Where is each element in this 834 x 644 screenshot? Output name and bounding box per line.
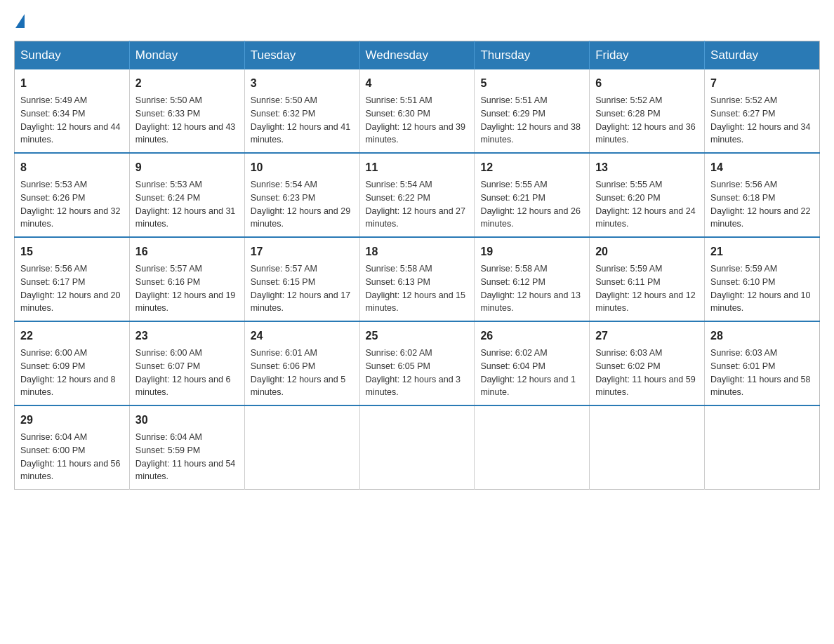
day-number: 14 — [710, 159, 814, 176]
calendar-cell: 21Sunrise: 5:59 AMSunset: 6:10 PMDayligh… — [705, 237, 820, 321]
sunset-text: Sunset: 6:18 PM — [710, 193, 775, 203]
sunset-text: Sunset: 6:05 PM — [366, 361, 430, 371]
sunset-text: Sunset: 6:13 PM — [366, 277, 430, 287]
page-header — [14, 14, 820, 27]
calendar-cell: 28Sunrise: 6:03 AMSunset: 6:01 PMDayligh… — [705, 321, 820, 405]
daylight-text: Daylight: 12 hours and 6 minutes. — [135, 375, 231, 398]
calendar-cell: 3Sunrise: 5:50 AMSunset: 6:32 PMDaylight… — [244, 69, 359, 153]
calendar-cell: 19Sunrise: 5:58 AMSunset: 6:12 PMDayligh… — [475, 237, 590, 321]
daylight-text: Daylight: 12 hours and 13 minutes. — [480, 290, 580, 314]
sunset-text: Sunset: 6:32 PM — [251, 109, 315, 119]
calendar-cell: 30Sunrise: 6:04 AMSunset: 5:59 PMDayligh… — [129, 405, 244, 490]
sunrise-text: Sunrise: 6:00 AM — [20, 348, 87, 358]
sunrise-text: Sunrise: 6:03 AM — [595, 348, 662, 358]
day-number: 21 — [710, 243, 814, 260]
sunrise-text: Sunrise: 5:58 AM — [366, 264, 432, 274]
calendar-cell: 29Sunrise: 6:04 AMSunset: 6:00 PMDayligh… — [15, 405, 130, 490]
daylight-text: Daylight: 11 hours and 54 minutes. — [135, 459, 235, 482]
sunrise-text: Sunrise: 5:54 AM — [366, 180, 432, 189]
calendar-cell: 8Sunrise: 5:53 AMSunset: 6:26 PMDaylight… — [15, 153, 130, 237]
calendar-cell: 26Sunrise: 6:02 AMSunset: 6:04 PMDayligh… — [475, 321, 590, 405]
calendar-cell: 7Sunrise: 5:52 AMSunset: 6:27 PMDaylight… — [705, 69, 820, 153]
day-number: 9 — [135, 159, 239, 176]
daylight-text: Daylight: 11 hours and 58 minutes. — [710, 375, 810, 398]
sunrise-text: Sunrise: 5:58 AM — [480, 264, 547, 274]
daylight-text: Daylight: 12 hours and 41 minutes. — [251, 122, 350, 145]
sunrise-text: Sunrise: 5:52 AM — [595, 95, 662, 105]
col-header-monday: Monday — [129, 41, 244, 70]
calendar-cell: 14Sunrise: 5:56 AMSunset: 6:18 PMDayligh… — [705, 153, 820, 237]
daylight-text: Daylight: 12 hours and 32 minutes. — [20, 206, 120, 229]
daylight-text: Daylight: 12 hours and 19 minutes. — [135, 290, 235, 314]
day-number: 16 — [135, 243, 239, 260]
calendar-cell: 13Sunrise: 5:55 AMSunset: 6:20 PMDayligh… — [590, 153, 705, 237]
day-number: 10 — [251, 159, 354, 176]
calendar-week-1: 1Sunrise: 5:49 AMSunset: 6:34 PMDaylight… — [15, 69, 820, 153]
daylight-text: Daylight: 12 hours and 8 minutes. — [20, 375, 116, 398]
col-header-sunday: Sunday — [15, 41, 130, 70]
sunrise-text: Sunrise: 5:59 AM — [595, 264, 662, 274]
sunrise-text: Sunrise: 5:57 AM — [251, 264, 317, 274]
sunset-text: Sunset: 6:26 PM — [20, 193, 85, 203]
sunset-text: Sunset: 6:16 PM — [135, 277, 200, 287]
daylight-text: Daylight: 12 hours and 44 minutes. — [20, 122, 120, 145]
daylight-text: Daylight: 12 hours and 1 minute. — [480, 375, 576, 398]
sunset-text: Sunset: 6:04 PM — [480, 361, 545, 371]
daylight-text: Daylight: 12 hours and 34 minutes. — [710, 122, 810, 145]
daylight-text: Daylight: 12 hours and 24 minutes. — [595, 206, 695, 229]
sunrise-text: Sunrise: 5:52 AM — [710, 95, 777, 105]
day-number: 19 — [480, 243, 583, 260]
daylight-text: Daylight: 11 hours and 56 minutes. — [20, 459, 120, 482]
sunset-text: Sunset: 5:59 PM — [135, 445, 200, 455]
sunrise-text: Sunrise: 5:56 AM — [710, 180, 777, 189]
col-header-saturday: Saturday — [705, 41, 820, 70]
sunset-text: Sunset: 6:09 PM — [20, 361, 85, 371]
sunrise-text: Sunrise: 5:55 AM — [595, 180, 662, 189]
sunrise-text: Sunrise: 5:54 AM — [251, 180, 317, 189]
daylight-text: Daylight: 12 hours and 15 minutes. — [366, 290, 465, 314]
day-number: 3 — [251, 75, 354, 92]
sunrise-text: Sunrise: 5:49 AM — [20, 95, 87, 105]
calendar-cell: 18Sunrise: 5:58 AMSunset: 6:13 PMDayligh… — [359, 237, 475, 321]
col-header-wednesday: Wednesday — [359, 41, 475, 70]
daylight-text: Daylight: 12 hours and 39 minutes. — [366, 122, 465, 145]
col-header-tuesday: Tuesday — [244, 41, 359, 70]
day-number: 26 — [480, 328, 583, 344]
calendar-cell: 27Sunrise: 6:03 AMSunset: 6:02 PMDayligh… — [590, 321, 705, 405]
calendar-cell: 11Sunrise: 5:54 AMSunset: 6:22 PMDayligh… — [359, 153, 475, 237]
sunset-text: Sunset: 6:21 PM — [480, 193, 545, 203]
calendar-cell — [359, 405, 475, 490]
day-number: 11 — [366, 159, 469, 176]
calendar-cell: 6Sunrise: 5:52 AMSunset: 6:28 PMDaylight… — [590, 69, 705, 153]
sunset-text: Sunset: 6:11 PM — [595, 277, 660, 287]
day-number: 24 — [251, 328, 354, 344]
sunset-text: Sunset: 6:33 PM — [135, 109, 200, 119]
sunset-text: Sunset: 6:28 PM — [595, 109, 660, 119]
day-number: 27 — [595, 328, 699, 344]
sunrise-text: Sunrise: 5:56 AM — [20, 264, 87, 274]
daylight-text: Daylight: 12 hours and 17 minutes. — [251, 290, 350, 314]
day-number: 4 — [366, 75, 469, 92]
day-number: 30 — [135, 412, 239, 429]
sunset-text: Sunset: 6:29 PM — [480, 109, 545, 119]
sunset-text: Sunset: 6:00 PM — [20, 445, 85, 455]
calendar-cell: 4Sunrise: 5:51 AMSunset: 6:30 PMDaylight… — [359, 69, 475, 153]
daylight-text: Daylight: 12 hours and 20 minutes. — [20, 290, 120, 314]
calendar-week-2: 8Sunrise: 5:53 AMSunset: 6:26 PMDaylight… — [15, 153, 820, 237]
day-number: 23 — [135, 328, 239, 344]
sunset-text: Sunset: 6:10 PM — [710, 277, 775, 287]
calendar-cell: 1Sunrise: 5:49 AMSunset: 6:34 PMDaylight… — [15, 69, 130, 153]
calendar-cell — [475, 405, 590, 490]
header-row: SundayMondayTuesdayWednesdayThursdayFrid… — [15, 41, 820, 70]
sunrise-text: Sunrise: 6:04 AM — [135, 432, 202, 442]
sunset-text: Sunset: 6:02 PM — [595, 361, 660, 371]
daylight-text: Daylight: 12 hours and 26 minutes. — [480, 206, 580, 229]
daylight-text: Daylight: 12 hours and 38 minutes. — [480, 122, 580, 145]
sunrise-text: Sunrise: 5:53 AM — [135, 180, 202, 189]
sunset-text: Sunset: 6:20 PM — [595, 193, 660, 203]
sunset-text: Sunset: 6:30 PM — [366, 109, 430, 119]
day-number: 5 — [480, 75, 583, 92]
sunset-text: Sunset: 6:34 PM — [20, 109, 85, 119]
sunrise-text: Sunrise: 5:50 AM — [135, 95, 202, 105]
day-number: 20 — [595, 243, 699, 260]
